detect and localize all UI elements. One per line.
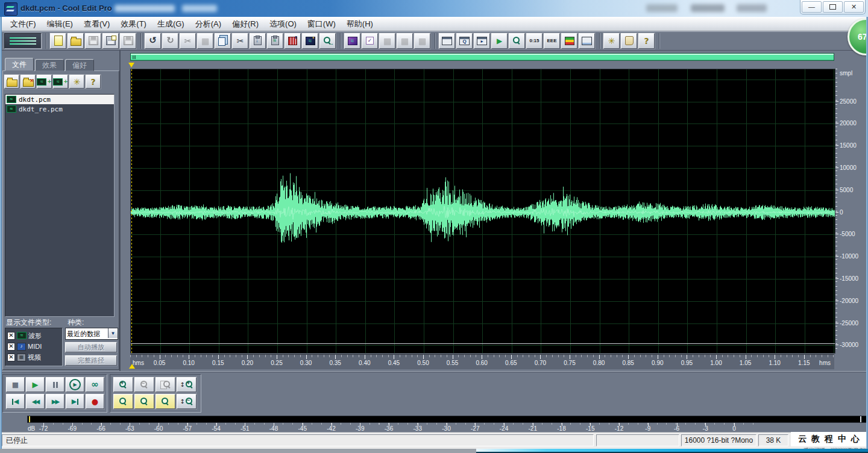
redo-button[interactable]: ↻ [162, 33, 178, 49]
zoom-in-button[interactable]: + [113, 377, 133, 392]
menu-item-6[interactable]: 偏好(R) [227, 17, 264, 31]
stop-button[interactable]: ■ [6, 377, 25, 392]
settings-button[interactable]: ✳ [603, 33, 620, 49]
close-file-button[interactable] [20, 75, 36, 89]
checkbox-视频[interactable]: ✕ [7, 354, 15, 361]
save-as-button[interactable] [102, 33, 119, 49]
edit-view-toggle-button[interactable] [4, 33, 42, 49]
save-file-button[interactable] [85, 33, 101, 49]
zoom-to-selection-button[interactable] [156, 377, 175, 392]
record-button[interactable]: ● [86, 394, 104, 409]
open-file-button[interactable] [68, 33, 84, 49]
cut-button[interactable]: ✂ [180, 33, 196, 49]
copy-button[interactable] [215, 33, 231, 49]
menu-item-9[interactable]: 帮助(H) [341, 17, 379, 31]
level-meter[interactable] [27, 416, 868, 423]
spectral-view-button[interactable]: ✓ [362, 33, 378, 49]
y-tick [835, 345, 838, 345]
waveform-view-button[interactable]: ≈ [344, 33, 360, 49]
amplitude-ruler[interactable]: smpl 2500020000150001000050000-5000-1000… [835, 69, 854, 352]
help-button[interactable]: ? [638, 33, 655, 49]
auto-play-button[interactable]: 自动播放 [65, 342, 117, 352]
close-button[interactable]: ✕ [844, 1, 864, 13]
insert-into-multitrack-button[interactable]: ≈+ [37, 75, 52, 89]
maximize-button[interactable] [823, 1, 843, 13]
menu-item-3[interactable]: 效果(T) [115, 17, 152, 31]
show-transport-button[interactable]: ▶ [491, 33, 508, 49]
marker-strip[interactable] [130, 62, 834, 69]
menu-item-8[interactable]: 窗口(W) [302, 17, 341, 31]
go-to-end-button[interactable]: ▶ [66, 394, 84, 409]
menu-item-5[interactable]: 分析(A) [190, 17, 227, 31]
trim-button[interactable]: ▦ [197, 33, 213, 49]
paste-to-new-button[interactable] [267, 33, 283, 49]
minimize-button[interactable]: — [802, 1, 822, 13]
menu-item-7[interactable]: 选项(O) [264, 17, 302, 31]
zoom-to-left-edge-button[interactable] [113, 394, 133, 409]
checkbox-波形[interactable]: ✕ [7, 332, 15, 340]
cursor-marker-bottom-icon[interactable] [129, 364, 135, 369]
waveform-canvas[interactable] [130, 69, 835, 354]
play-list-button[interactable]: ▦ [397, 33, 413, 49]
frequency-analysis-button[interactable]: → [319, 33, 336, 49]
checkbox-MIDI[interactable]: ✕ [7, 343, 15, 351]
toolbar-group-5: ✳? [603, 33, 659, 49]
show-status-bar-button[interactable] [579, 33, 595, 49]
menu-item-1[interactable]: 编辑(E) [42, 17, 78, 31]
loop-button[interactable]: ∞ [86, 377, 104, 392]
file-item[interactable]: ≈dkdt_re.pcm [5, 104, 114, 114]
tab-文件[interactable]: 文件 [5, 58, 34, 71]
cue-list-button[interactable]: ▦ [379, 33, 395, 49]
help-button[interactable]: ? [86, 75, 101, 89]
open-file-icon [71, 36, 81, 46]
show-zoom-button[interactable] [509, 33, 525, 49]
kind-dropdown[interactable]: 最近的数据 ▼ [65, 328, 118, 340]
file-item[interactable]: ≈dkdt.pcm [5, 95, 114, 104]
zoom-full-button[interactable] [134, 394, 154, 409]
phrase-list-button[interactable]: ▦ [414, 33, 430, 49]
record-icon: ● [92, 398, 98, 405]
paste-button[interactable] [250, 33, 266, 49]
horizontal-scrollbar[interactable] [130, 53, 834, 61]
play-button[interactable]: ▶ [26, 377, 45, 392]
show-level-meters-button[interactable] [561, 33, 577, 49]
open-file-button[interactable] [4, 75, 19, 89]
zoom-to-right-edge-button[interactable] [156, 394, 175, 409]
delete-selection-button[interactable]: ✂ [232, 33, 248, 49]
show-time-button[interactable]: 0:15 [526, 33, 542, 49]
vertical-zoom-out-button[interactable]: ↕− [177, 394, 197, 409]
play-looped-button[interactable]: ▶ [66, 377, 84, 392]
insert-audio-into-multitrack-button[interactable]: ≈+ [53, 75, 68, 89]
meter-label: -15 [586, 425, 594, 432]
show-selection-view-button[interactable]: EEE [544, 33, 560, 49]
save-copy-button[interactable] [120, 33, 136, 49]
meter-label: -18 [557, 425, 565, 432]
organizer-settings-button[interactable]: ✳ [69, 75, 84, 89]
vertical-zoom-in-button[interactable]: ↕+ [177, 377, 197, 392]
cursor-marker-top-icon[interactable] [128, 63, 134, 67]
menu-item-0[interactable]: 文件(F) [5, 17, 42, 31]
mix-paste-button[interactable] [285, 33, 301, 49]
go-to-start-button[interactable]: ◀ [6, 394, 25, 409]
undo-button[interactable]: ↺ [145, 33, 161, 49]
menu-item-2[interactable]: 查看(V) [78, 17, 115, 31]
show-cue-list-button[interactable]: Q [456, 33, 473, 49]
chevron-down-icon[interactable]: ▼ [108, 328, 118, 338]
time-ruler[interactable]: hms hms 0.050.100.150.200.250.300.350.40… [130, 354, 834, 369]
fast-forward-button[interactable]: ▶▶ [46, 394, 64, 409]
full-path-button[interactable]: 完整路径 [65, 355, 117, 366]
pause-button[interactable] [46, 377, 64, 392]
rewind-button[interactable]: ◀◀ [26, 394, 45, 409]
show-organizer-button[interactable] [439, 33, 455, 49]
menu-item-4[interactable]: 生成(G) [152, 17, 190, 31]
scripts-button[interactable] [621, 33, 637, 49]
new-file-button[interactable] [50, 33, 66, 49]
ruler-minor-ticks [835, 69, 837, 352]
y-label: -5000 [840, 231, 855, 237]
convert-sample-type-button[interactable]: ≈ [302, 33, 318, 49]
meter-ruler[interactable]: dB -72-69-66-63-60-57-54-51-48-45-42-39-… [0, 423, 868, 432]
tab-效果[interactable]: 效果 [35, 59, 64, 71]
zoom-out-button[interactable]: − [134, 377, 154, 392]
show-play-list-button[interactable]: ▸ [474, 33, 490, 49]
tab-偏好[interactable]: 偏好 [65, 59, 94, 71]
